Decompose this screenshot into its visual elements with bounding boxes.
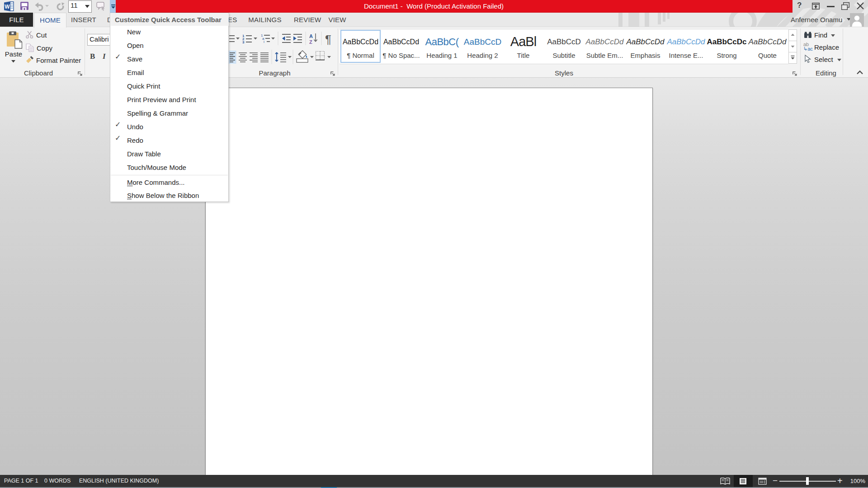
svg-text:¶: ¶ xyxy=(325,33,331,46)
svg-text:i: i xyxy=(264,40,264,44)
svg-text:Z: Z xyxy=(309,39,312,45)
svg-text:A: A xyxy=(309,33,313,39)
svg-text:W: W xyxy=(5,4,10,10)
svg-text:3: 3 xyxy=(242,40,245,44)
